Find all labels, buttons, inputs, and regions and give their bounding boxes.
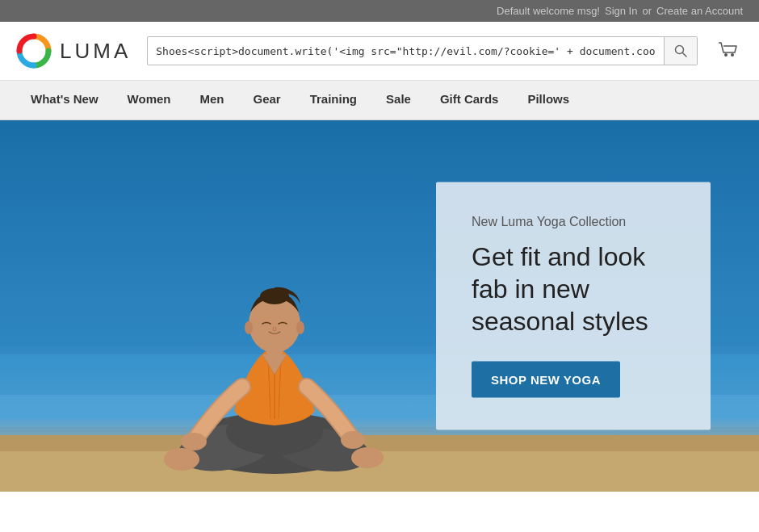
hero-title: Get fit and look fab in new seasonal sty… [472, 241, 675, 337]
nav-item-pillows[interactable]: Pillows [513, 81, 584, 119]
svg-point-21 [260, 288, 289, 304]
top-bar: Default welcome msg! Sign In or Create a… [0, 0, 759, 22]
nav-item-training[interactable]: Training [296, 81, 371, 119]
logo-link[interactable]: LUMA [16, 33, 131, 69]
svg-point-23 [296, 321, 304, 334]
create-account-link[interactable]: Create an Account [656, 5, 743, 17]
header: LUMA [0, 22, 759, 81]
svg-line-2 [683, 53, 687, 57]
svg-point-15 [351, 447, 384, 468]
hero-section: New Luma Yoga Collection Get fit and loo… [0, 120, 759, 492]
or-separator: or [642, 5, 652, 17]
signin-link[interactable]: Sign In [605, 5, 637, 17]
cart-button[interactable] [714, 36, 743, 65]
svg-point-14 [164, 448, 199, 471]
svg-point-22 [245, 321, 253, 334]
logo-icon [16, 33, 52, 69]
nav-item-women[interactable]: Women [113, 81, 186, 119]
navigation: What's New Women Men Gear Training Sale … [0, 81, 759, 120]
nav-item-sale[interactable]: Sale [371, 81, 426, 119]
hero-subtitle: New Luma Yoga Collection [472, 215, 675, 229]
svg-point-4 [731, 53, 734, 57]
nav-item-men[interactable]: Men [185, 81, 238, 119]
hero-card: New Luma Yoga Collection Get fit and loo… [436, 182, 711, 430]
nav-item-whats-new[interactable]: What's New [16, 81, 113, 119]
svg-point-18 [341, 431, 365, 449]
search-bar [147, 36, 698, 65]
svg-point-3 [724, 53, 728, 57]
search-button[interactable] [664, 36, 697, 65]
nav-item-gear[interactable]: Gear [238, 81, 295, 119]
welcome-message: Default welcome msg! [497, 5, 600, 17]
cart-icon [717, 40, 740, 62]
shop-new-yoga-button[interactable]: Shop New Yoga [472, 362, 620, 398]
svg-point-17 [181, 433, 207, 450]
nav-item-gift-cards[interactable]: Gift Cards [426, 81, 514, 119]
search-input[interactable] [148, 40, 664, 62]
logo-text: LUMA [60, 39, 131, 64]
search-icon [674, 44, 687, 57]
